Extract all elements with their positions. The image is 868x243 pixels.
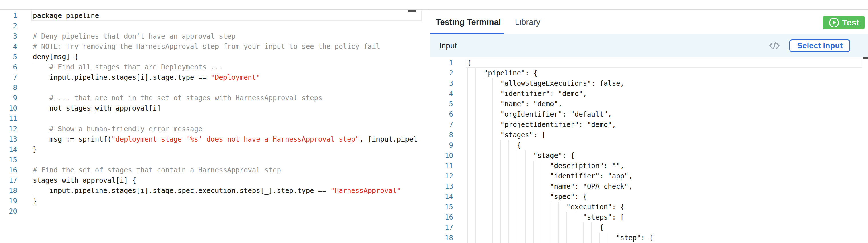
line-number: 3 [430,78,453,89]
line-number: 15 [0,155,17,165]
tab-library[interactable]: Library [515,18,540,27]
line-number: 18 [430,233,453,243]
code-icon[interactable] [769,41,780,50]
code-line: "pipeline": { [466,68,862,78]
line-number: 10 [0,103,17,113]
code-line: { [466,222,862,233]
play-circle-icon [829,17,839,28]
code-line: package pipeline [31,10,422,21]
code-line: # Show a human-friendly error message [31,124,422,134]
select-input-button[interactable]: Select Input [789,39,850,52]
code-line: not stages_with_approval[i] [31,103,422,113]
input-header-bar: Input Select Input [430,34,868,57]
line-number: 8 [430,130,453,140]
line-number: 15 [430,202,453,212]
code-line: input.pipeline.stages[i].stage.type == "… [31,72,422,82]
line-number: 12 [0,124,17,134]
policy-code-editor[interactable]: 1234567891011121314151617181920 package … [0,10,430,243]
line-number: 16 [0,165,17,175]
overview-ruler-cursor-marker [863,57,868,60]
code-line: } [31,196,422,206]
line-number: 4 [0,41,17,52]
line-number: 8 [0,82,17,93]
input-editor-content[interactable]: { "pipeline": { "allowStageExecutions": … [466,57,862,243]
test-button[interactable]: Test [823,16,865,29]
code-line: "allowStageExecutions": false, [466,78,862,89]
code-line: "spec": { [466,192,862,202]
line-number: 2 [0,21,17,31]
line-number: 17 [430,222,453,233]
code-line [31,113,422,124]
code-line: "identifier": "demo", [466,89,862,99]
policy-editor-gutter: 1234567891011121314151617181920 [0,10,17,216]
line-number: 16 [430,212,453,222]
code-line: # Deny pipelines that don't have an appr… [31,31,422,41]
code-line: "stages": [ [466,130,862,140]
code-line: "name": "demo", [466,99,862,109]
code-line [31,155,422,165]
line-number: 7 [430,119,453,130]
code-line [31,21,422,31]
policy-editor-content[interactable]: package pipeline# Deny pipelines that do… [31,10,422,216]
code-line: { [466,58,862,68]
line-number: 7 [0,72,17,82]
indent-guides [33,82,33,93]
line-number: 12 [430,171,453,181]
line-number: 14 [430,192,453,202]
line-number: 5 [430,99,453,109]
code-line: "orgIdentifier": "default", [466,109,862,119]
line-number: 20 [0,206,17,216]
code-line: stages_with_approval[i] { [31,175,422,185]
code-line: "identifier": "app", [466,171,862,181]
current-line-highlight [466,58,862,68]
code-line: "steps": [ [466,212,862,222]
code-line: "projectIdentifier": "demo", [466,119,862,130]
code-line: } [31,144,422,155]
code-line: "stage": { [466,150,862,161]
test-button-label: Test [842,18,859,28]
line-number: 9 [0,93,17,103]
top-bar [0,0,868,10]
line-number: 6 [430,109,453,119]
line-number: 13 [0,134,17,144]
line-number: 10 [430,150,453,161]
line-number: 11 [0,113,17,124]
code-line: deny[msg] { [31,52,422,62]
testing-panel-tabs: Testing Terminal Library Test [430,10,868,34]
code-line: # NOTE: Try removing the HarnessApproval… [31,41,422,52]
line-number: 5 [0,52,17,62]
line-number: 11 [430,161,453,171]
line-number: 3 [0,31,17,41]
line-number: 18 [0,185,17,196]
indent-guides [33,113,33,124]
line-number: 4 [430,89,453,99]
line-number: 13 [430,181,453,192]
code-line [31,206,422,216]
code-line: "step": { [466,233,862,243]
code-line: "name": "OPA check", [466,181,862,192]
line-number: 9 [430,140,453,150]
overview-ruler-cursor-marker [408,10,416,12]
code-line: # Find all stages that are Deployments .… [31,62,422,72]
code-line: { [466,140,862,150]
input-editor-gutter: 123456789101112131415161718 [430,57,453,243]
line-number: 17 [0,175,17,185]
code-line: msg := sprintf("deployment stage '%s' do… [31,134,422,144]
line-number: 2 [430,68,453,78]
code-line: "execution": { [466,202,862,212]
line-number: 19 [0,196,17,206]
line-number: 1 [430,58,453,68]
input-section-title: Input [439,41,457,50]
line-number: 1 [0,10,17,21]
code-line: # Find the set of stages that contain a … [31,165,422,175]
line-number: 14 [0,144,17,155]
code-line: "description": "", [466,161,862,171]
input-json-editor[interactable]: 123456789101112131415161718 { "pipeline"… [430,57,868,243]
code-line: # ... that are not in the set of stages … [31,93,422,103]
code-line: input.pipeline.stages[i].stage.spec.exec… [31,185,422,196]
tab-testing-terminal[interactable]: Testing Terminal [436,18,501,27]
code-line [31,82,422,93]
line-number: 6 [0,62,17,72]
